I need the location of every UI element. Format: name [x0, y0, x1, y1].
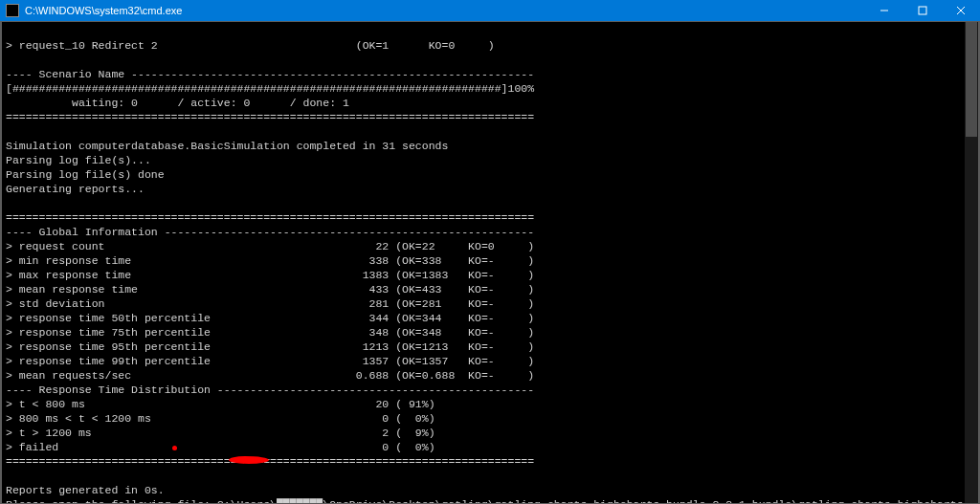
vertical-scrollbar[interactable]	[965, 22, 978, 503]
terminal-line: > 800 ms < t < 1200 ms 0 ( 0%)	[6, 412, 435, 425]
cmd-icon	[6, 4, 19, 17]
terminal-line: > mean response time 433 (OK=433 KO=- )	[6, 283, 534, 296]
redaction-mark-icon	[172, 446, 177, 450]
maximize-button[interactable]	[903, 0, 942, 21]
terminal-line: Parsing log file(s) done	[6, 168, 165, 181]
terminal-line: waiting: 0 / active: 0 / done: 1	[6, 97, 349, 109]
terminal-line: Simulation computerdatabase.BasicSimulat…	[6, 140, 448, 152]
window-title-bar: C:\WINDOWS\system32\cmd.exe	[0, 0, 980, 21]
terminal-line: Generating reports...	[6, 183, 145, 195]
terminal-line: > response time 95th percentile 1213 (OK…	[6, 340, 534, 353]
terminal-line: > t < 800 ms 20 ( 91%)	[6, 398, 435, 410]
terminal-line: > response time 99th percentile 1357 (OK…	[6, 355, 534, 367]
terminal-line: Parsing log file(s)...	[6, 154, 151, 166]
terminal-line: > response time 75th percentile 348 (OK=…	[6, 326, 534, 339]
terminal-line: ========================================…	[6, 455, 534, 468]
terminal-line: > std deviation 281 (OK=281 KO=- )	[6, 297, 534, 310]
terminal[interactable]: > request_10 Redirect 2 (OK=1 KO=0 ) ---…	[2, 22, 978, 503]
window-title: C:\WINDOWS\system32\cmd.exe	[25, 5, 865, 16]
terminal-line: > mean requests/sec 0.688 (OK=0.688 KO=-…	[6, 369, 534, 382]
terminal-line: > response time 50th percentile 344 (OK=…	[6, 312, 534, 324]
terminal-line: > min response time 338 (OK=338 KO=- )	[6, 254, 534, 267]
terminal-line: ========================================…	[6, 211, 534, 224]
terminal-line: > request count 22 (OK=22 KO=0 )	[6, 240, 534, 252]
terminal-line: ---- Scenario Name ---------------------…	[6, 68, 534, 80]
minimize-button[interactable]	[865, 0, 903, 21]
svg-rect-1	[919, 7, 926, 14]
window-controls	[865, 0, 980, 21]
terminal-line: > t > 1200 ms 2 ( 9%)	[6, 427, 435, 439]
terminal-line: > request_10 Redirect 2 (OK=1 KO=0 )	[6, 39, 495, 52]
terminal-line: ========================================…	[6, 111, 534, 123]
redaction-mark-icon	[229, 456, 269, 464]
terminal-line: > failed 0 ( 0%)	[6, 441, 435, 453]
close-button[interactable]	[942, 0, 980, 21]
terminal-line: [#######################################…	[6, 82, 534, 95]
terminal-line: Reports generated in 0s.	[6, 484, 165, 496]
terminal-line: > max response time 1383 (OK=1383 KO=- )	[6, 269, 534, 281]
terminal-line: Please open the following file: C:\Users…	[6, 498, 978, 503]
scrollbar-thumb[interactable]	[966, 22, 977, 137]
terminal-line: ---- Response Time Distribution --------…	[6, 383, 534, 396]
terminal-line: ---- Global Information ----------------…	[6, 226, 534, 238]
